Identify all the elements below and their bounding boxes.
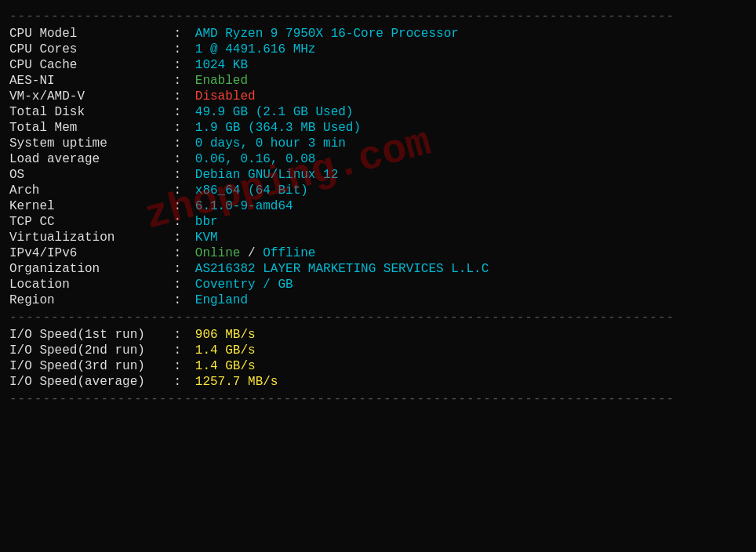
- ip-slash: /: [240, 246, 263, 260]
- vmx-value: Disabled: [195, 89, 256, 104]
- organization-value: AS216382 LAYER MARKETING SERVICES L.L.C: [195, 262, 489, 276]
- ipv4-status: Online: [195, 246, 241, 260]
- cpu-cache-value: 1024 KB: [195, 58, 248, 72]
- kernel-value: 6.1.0-9-amd64: [195, 199, 293, 213]
- bottom-divider: ----------------------------------------…: [9, 392, 747, 406]
- io-2nd-label: I/O Speed(2nd run): [9, 343, 166, 358]
- io-1st-label: I/O Speed(1st run): [9, 328, 166, 342]
- table-row: Total Mem : 1.9 GB (364.3 MB Used): [9, 121, 747, 135]
- virtualization-label: Virtualization: [9, 231, 166, 245]
- top-divider: ----------------------------------------…: [9, 9, 747, 24]
- os-label: OS: [9, 168, 166, 182]
- io-1st-value: 906 MB/s: [195, 328, 256, 342]
- virtualization-value: KVM: [195, 231, 218, 245]
- uptime-value: 0 days, 0 hour 3 min: [195, 136, 346, 151]
- io-3rd-label: I/O Speed(3rd run): [9, 359, 166, 373]
- cpu-cache-label: CPU Cache: [9, 58, 166, 72]
- io-avg-value: 1257.7 MB/s: [195, 375, 278, 389]
- io-avg-label: I/O Speed(average): [9, 375, 166, 389]
- total-disk-value: 49.9 GB (2.1 GB Used): [195, 105, 354, 119]
- total-mem-label: Total Mem: [9, 121, 166, 135]
- ipv6-status: Offline: [263, 246, 315, 260]
- cpu-model-label: CPU Model: [9, 27, 166, 41]
- table-row: Total Disk : 49.9 GB (2.1 GB Used): [9, 105, 747, 119]
- cpu-model-value: AMD Ryzen 9 7950X 16-Core Processor: [195, 27, 459, 41]
- arch-label: Arch: [9, 183, 166, 198]
- region-value: England: [195, 293, 248, 307]
- io-2nd-value: 1.4 GB/s: [195, 343, 256, 358]
- table-row: Region : England: [9, 293, 747, 307]
- uptime-label: System uptime: [9, 136, 166, 151]
- location-label: Location: [9, 278, 166, 292]
- table-row: VM-x/AMD-V : Disabled: [9, 89, 747, 104]
- aes-ni-value: Enabled: [195, 74, 248, 88]
- cpu-cores-value: 1 @ 4491.616 MHz: [195, 42, 316, 56]
- table-row: Load average : 0.06, 0.16, 0.08: [9, 152, 747, 166]
- table-row: I/O Speed(3rd run) : 1.4 GB/s: [9, 359, 747, 373]
- table-row: I/O Speed(average) : 1257.7 MB/s: [9, 375, 747, 389]
- table-row: CPU Model : AMD Ryzen 9 7950X 16-Core Pr…: [9, 27, 747, 41]
- region-label: Region: [9, 293, 166, 307]
- table-row: CPU Cache : 1024 KB: [9, 58, 747, 72]
- organization-label: Organization: [9, 262, 166, 276]
- info-section: CPU Model : AMD Ryzen 9 7950X 16-Core Pr…: [9, 27, 747, 307]
- table-row: Virtualization : KVM: [9, 231, 747, 245]
- kernel-label: Kernel: [9, 199, 166, 213]
- table-row: I/O Speed(2nd run) : 1.4 GB/s: [9, 343, 747, 358]
- location-value: Coventry / GB: [195, 278, 293, 292]
- table-row: Organization : AS216382 LAYER MARKETING …: [9, 262, 747, 276]
- ipv4-ipv6-label: IPv4/IPv6: [9, 246, 166, 260]
- table-row: TCP CC : bbr: [9, 215, 747, 229]
- table-row: OS : Debian GNU/Linux 12: [9, 168, 747, 182]
- table-row: CPU Cores : 1 @ 4491.616 MHz: [9, 42, 747, 56]
- tcp-cc-label: TCP CC: [9, 215, 166, 229]
- table-row: Location : Coventry / GB: [9, 278, 747, 292]
- tcp-cc-value: bbr: [195, 215, 218, 229]
- cpu-cores-label: CPU Cores: [9, 42, 166, 56]
- middle-divider: ----------------------------------------…: [9, 310, 747, 325]
- table-row: System uptime : 0 days, 0 hour 3 min: [9, 136, 747, 151]
- table-row: Kernel : 6.1.0-9-amd64: [9, 199, 747, 213]
- table-row: AES-NI : Enabled: [9, 74, 747, 88]
- table-row: IPv4/IPv6 : Online / Offline: [9, 246, 747, 260]
- load-average-label: Load average: [9, 152, 166, 166]
- table-row: Arch : x86_64 (64 Bit): [9, 183, 747, 198]
- os-value: Debian GNU/Linux 12: [195, 168, 338, 182]
- io-section: I/O Speed(1st run) : 906 MB/s I/O Speed(…: [9, 328, 747, 389]
- total-mem-value: 1.9 GB (364.3 MB Used): [195, 121, 361, 135]
- aes-ni-label: AES-NI: [9, 74, 166, 88]
- vmx-label: VM-x/AMD-V: [9, 89, 166, 104]
- arch-value: x86_64 (64 Bit): [195, 183, 308, 198]
- io-3rd-value: 1.4 GB/s: [195, 359, 256, 373]
- load-average-value: 0.06, 0.16, 0.08: [195, 152, 316, 166]
- table-row: I/O Speed(1st run) : 906 MB/s: [9, 328, 747, 342]
- terminal: ----------------------------------------…: [0, 0, 756, 416]
- total-disk-label: Total Disk: [9, 105, 166, 119]
